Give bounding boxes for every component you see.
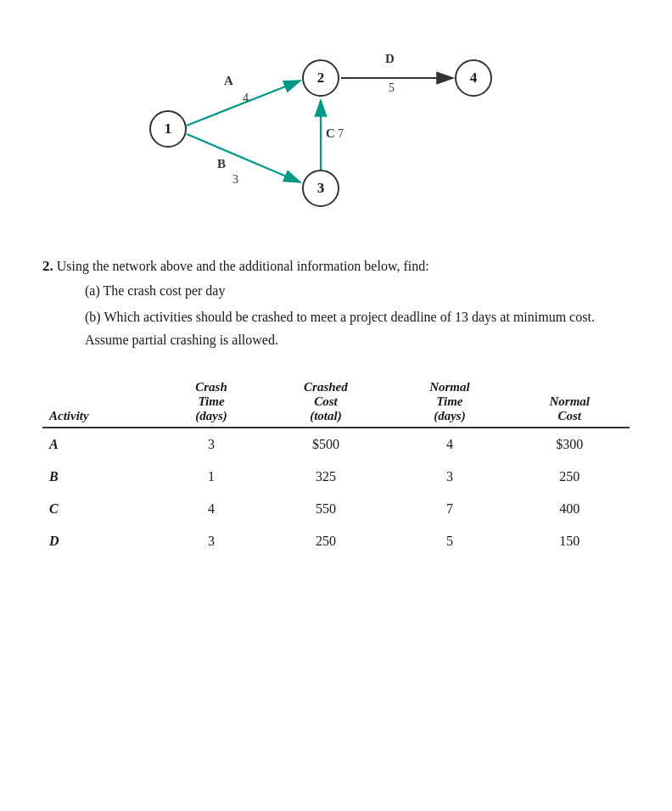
col-header-activity: Activity	[42, 377, 160, 428]
table-row: A 3 $500 4 $300	[42, 428, 630, 461]
svg-text:4: 4	[243, 92, 249, 104]
cell-normal-time-c: 7	[389, 493, 509, 525]
svg-text:C: C	[326, 126, 335, 140]
col-header-normal-cost: Normal Cost	[510, 377, 630, 428]
cell-activity-c: C	[42, 493, 160, 525]
cell-normal-time-d: 5	[389, 525, 509, 557]
svg-text:D: D	[385, 52, 395, 65]
cell-crash-time-a: 3	[160, 428, 261, 461]
part-a-label: (a)	[85, 283, 100, 298]
svg-text:B: B	[217, 157, 226, 171]
table-row: C 4 550 7 400	[42, 493, 630, 525]
table-row: D 3 250 5 150	[42, 525, 630, 557]
svg-text:7: 7	[338, 127, 344, 140]
svg-text:5: 5	[389, 81, 395, 94]
svg-text:A: A	[224, 74, 233, 87]
cell-activity-d: D	[42, 525, 160, 557]
part-a-text: The crash cost per day	[103, 283, 225, 298]
cell-crash-time-b: 1	[160, 461, 261, 493]
table-row: B 1 325 3 250	[42, 461, 630, 493]
cell-crash-time-d: 3	[160, 525, 261, 557]
part-b: (b) Which activities should be crashed t…	[85, 305, 630, 351]
svg-line-3	[187, 134, 300, 182]
node-3: 3	[302, 170, 339, 207]
cell-normal-cost-d: 150	[510, 525, 630, 557]
question-block: 2. Using the network above and the addit…	[42, 254, 630, 351]
network-diagram: A 4 B 3 C 7 D 5 1 2 3 4	[124, 25, 548, 229]
cell-crashed-cost-b: 325	[262, 461, 390, 493]
node-1: 1	[149, 110, 187, 148]
cell-crashed-cost-c: 550	[262, 493, 390, 525]
col-header-crashed-cost: Crashed Cost (total)	[262, 377, 390, 428]
col-header-crash-time: Crash Time (days)	[160, 377, 261, 428]
question-number: 2.	[42, 258, 53, 274]
part-b-label: (b)	[85, 310, 101, 324]
table-section: Activity Crash Time (days) Crashed Cost …	[42, 377, 630, 557]
activity-table: Activity Crash Time (days) Crashed Cost …	[42, 377, 630, 557]
cell-crash-time-c: 4	[160, 493, 261, 525]
node-4: 4	[455, 59, 492, 97]
cell-activity-b: B	[42, 461, 160, 493]
table-header-row: Activity Crash Time (days) Crashed Cost …	[42, 377, 630, 428]
table-body: A 3 $500 4 $300 B 1 325 3 250 C 4 550 7 …	[42, 428, 630, 557]
cell-normal-cost-c: 400	[510, 493, 630, 525]
cell-crashed-cost-d: 250	[262, 525, 390, 557]
node-2: 2	[302, 59, 339, 97]
cell-normal-time-b: 3	[389, 461, 509, 493]
col-header-normal-time: Normal Time (days)	[389, 377, 509, 428]
question-text: (a) The crash cost per day (b) Which act…	[59, 279, 630, 352]
question-intro: Using the network above and the addition…	[57, 259, 429, 273]
svg-text:3: 3	[232, 173, 238, 186]
cell-normal-cost-a: $300	[510, 428, 630, 461]
cell-crashed-cost-a: $500	[262, 428, 390, 461]
cell-normal-cost-b: 250	[510, 461, 630, 493]
cell-normal-time-a: 4	[389, 428, 509, 461]
cell-activity-a: A	[42, 428, 160, 461]
part-a: (a) The crash cost per day	[85, 279, 630, 302]
part-b-text: Which activities should be crashed to me…	[85, 310, 595, 347]
